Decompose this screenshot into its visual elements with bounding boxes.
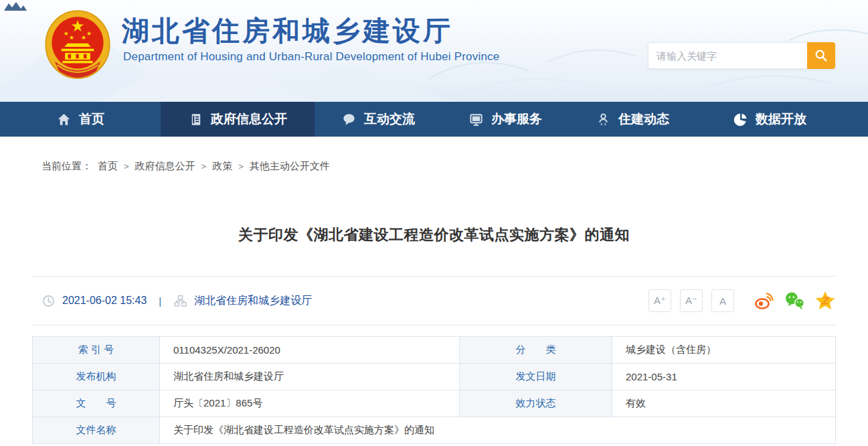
search-button[interactable] bbox=[807, 42, 835, 69]
doc-title-label: 文件名称 bbox=[33, 417, 160, 444]
validity-value: 有效 bbox=[612, 390, 836, 417]
nav-item-label: 办事服务 bbox=[491, 110, 542, 128]
home-icon bbox=[56, 112, 72, 127]
person-badge-icon bbox=[596, 112, 611, 127]
breadcrumb-item-policy[interactable]: 政策 bbox=[212, 160, 232, 173]
doc-title-value: 关于印发《湖北省建设工程造价改革试点实施方案》的通知 bbox=[160, 417, 836, 444]
breadcrumb-separator: > bbox=[124, 161, 129, 171]
article-meta-right: A⁺ A⁻ A bbox=[648, 289, 836, 312]
font-increase-button[interactable]: A⁺ bbox=[648, 289, 671, 312]
nav-item-gov-info[interactable]: 政府信息公开 bbox=[161, 102, 315, 137]
breadcrumb-item-other-docs[interactable]: 其他主动公开文件 bbox=[250, 160, 330, 173]
table-row: 文件名称 关于印发《湖北省建设工程造价改革试点实施方案》的通知 bbox=[33, 417, 836, 444]
nav-item-label: 首页 bbox=[79, 110, 104, 128]
document-info-table: 索 引 号 01104325X/2021-26020 分 类 城乡建设（含住房）… bbox=[32, 336, 836, 444]
index-number-label: 索 引 号 bbox=[33, 337, 160, 364]
breadcrumb-item-gov-info[interactable]: 政府信息公开 bbox=[135, 160, 195, 173]
qzone-share-icon[interactable] bbox=[814, 291, 836, 311]
meta-divider: | bbox=[159, 295, 161, 307]
site-subtitle: Department of Housing and Urban-Rural De… bbox=[123, 50, 499, 64]
issuing-agency-label: 发布机构 bbox=[33, 364, 160, 390]
document-icon bbox=[188, 112, 203, 127]
monitor-icon bbox=[468, 112, 484, 127]
breadcrumb: 当前位置： 首页 > 政府信息公开 > 政策 > 其他主动公开文件 bbox=[32, 159, 836, 173]
chat-icon bbox=[341, 112, 357, 127]
table-row: 索 引 号 01104325X/2021-26020 分 类 城乡建设（含住房） bbox=[33, 337, 836, 364]
article-meta-bar: 2021-06-02 15:43 | 湖北省住房和城乡建设厅 A⁺ A⁻ A bbox=[32, 276, 836, 325]
nav-item-open-data[interactable]: 数据开放 bbox=[696, 102, 843, 137]
breadcrumb-separator: > bbox=[238, 161, 244, 171]
doc-number-label: 文 号 bbox=[33, 390, 160, 417]
doc-number-value: 厅头〔2021〕865号 bbox=[160, 390, 460, 417]
wechat-share-icon[interactable] bbox=[784, 291, 806, 311]
svg-text:★: ★ bbox=[64, 30, 69, 37]
article-source: 湖北省住房和城乡建设厅 bbox=[194, 294, 312, 308]
nav-item-label: 住建动态 bbox=[618, 110, 669, 128]
issue-date-value: 2021-05-31 bbox=[612, 364, 836, 390]
issuing-agency-value: 湖北省住房和城乡建设厅 bbox=[160, 364, 460, 390]
svg-text:★: ★ bbox=[71, 17, 85, 35]
site-header: ★ ★ ★ ★ ★ 湖北省住房和城乡建设厅 Department of Hous… bbox=[0, 0, 868, 102]
search-input[interactable] bbox=[648, 42, 807, 69]
article-meta-left: 2021-06-02 15:43 | 湖北省住房和城乡建设厅 bbox=[32, 294, 312, 308]
category-value: 城乡建设（含住房） bbox=[612, 337, 836, 364]
nav-item-label: 互动交流 bbox=[364, 110, 415, 128]
weibo-share-icon[interactable] bbox=[754, 291, 775, 311]
nav-item-label: 政府信息公开 bbox=[211, 110, 287, 128]
main-nav: 首页 政府信息公开 互动交流 办事服务 住建 bbox=[0, 102, 868, 137]
search-icon bbox=[814, 48, 829, 63]
svg-text:★: ★ bbox=[81, 34, 86, 41]
clock-icon bbox=[41, 294, 56, 308]
nav-item-services[interactable]: 办事服务 bbox=[442, 102, 569, 137]
category-label: 分 类 bbox=[460, 337, 612, 364]
table-row: 文 号 厅头〔2021〕865号 效力状态 有效 bbox=[33, 390, 836, 417]
svg-text:★: ★ bbox=[69, 34, 74, 41]
article-title: 关于印发《湖北省建设工程造价改革试点实施方案》的通知 bbox=[32, 225, 836, 245]
index-number-value: 01104325X/2021-26020 bbox=[160, 337, 460, 364]
nav-item-home[interactable]: 首页 bbox=[0, 102, 161, 137]
nav-item-interaction[interactable]: 互动交流 bbox=[315, 102, 442, 137]
pie-chart-icon bbox=[733, 112, 748, 127]
nav-item-news[interactable]: 住建动态 bbox=[569, 102, 696, 137]
validity-label: 效力状态 bbox=[460, 390, 612, 417]
publish-time: 2021-06-02 15:43 bbox=[62, 295, 147, 307]
site-search bbox=[648, 42, 835, 69]
breadcrumb-prefix: 当前位置： bbox=[41, 160, 92, 173]
font-reset-button[interactable]: A bbox=[711, 289, 734, 312]
svg-text:★: ★ bbox=[86, 30, 92, 37]
breadcrumb-separator: > bbox=[201, 161, 207, 171]
nav-item-label: 数据开放 bbox=[756, 110, 806, 128]
font-decrease-button[interactable]: A⁻ bbox=[680, 289, 703, 312]
site-title: 湖北省住房和城乡建设厅 bbox=[122, 16, 499, 46]
table-row: 发布机构 湖北省住房和城乡建设厅 发文日期 2021-05-31 bbox=[33, 364, 836, 390]
breadcrumb-item-home[interactable]: 首页 bbox=[98, 160, 118, 173]
source-sitemap-icon bbox=[173, 294, 187, 308]
national-emblem-logo: ★ ★ ★ ★ ★ bbox=[41, 7, 114, 88]
issue-date-label: 发文日期 bbox=[460, 364, 612, 390]
